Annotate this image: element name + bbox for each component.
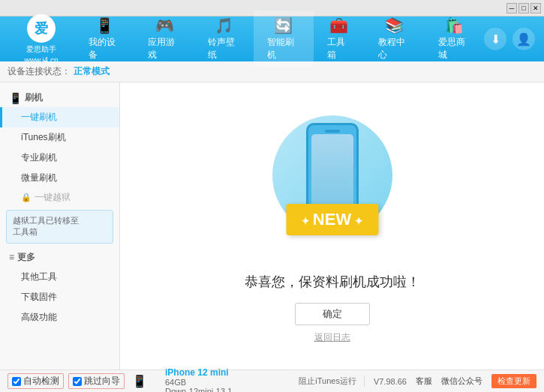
nav-toolbox[interactable]: 🧰 工具箱 bbox=[314, 10, 365, 67]
smart-flash-label: 智能刷机 bbox=[267, 36, 299, 61]
sidebar-one-click-flash[interactable]: 一键刷机 bbox=[0, 107, 119, 127]
my-device-icon: 📱 bbox=[95, 16, 114, 34]
sidebar-itunes-flash[interactable]: iTunes刷机 bbox=[0, 127, 119, 148]
more-group-title: ≡ 更多 bbox=[0, 248, 119, 267]
sidebar-pro-flash[interactable]: 专业刷机 bbox=[0, 148, 119, 168]
wechat-link[interactable]: 微信公众号 bbox=[441, 376, 482, 387]
logo-url: www.i4.cn bbox=[24, 56, 58, 64]
nav-apps-games[interactable]: 🎮 应用游戏 bbox=[134, 10, 194, 67]
ringtones-label: 铃声壁纸 bbox=[208, 36, 240, 61]
nav-right: ⬇ 👤 bbox=[484, 28, 544, 50]
bottom-right: 阻止iTunes运行 V7.98.66 客服 微信公众号 检查更新 bbox=[299, 374, 536, 388]
minimize-button[interactable]: ─ bbox=[506, 3, 517, 13]
more-label: 更多 bbox=[17, 251, 35, 264]
auto-connect-input[interactable] bbox=[12, 377, 21, 386]
skip-wizard-checkbox[interactable]: 跳过向导 bbox=[68, 373, 125, 389]
more-icon: ≡ bbox=[9, 252, 14, 262]
phone-screen bbox=[311, 134, 353, 209]
sidebar-other-tools[interactable]: 其他工具 bbox=[0, 267, 119, 287]
device-info: iPhone 12 mini 64GB Down-12mini-13,1 bbox=[165, 367, 232, 393]
sidebar-jailbreak-locked: 🔒 一键越狱 bbox=[0, 188, 119, 207]
ringtones-icon: 🎵 bbox=[215, 16, 233, 34]
user-button[interactable]: 👤 bbox=[512, 28, 535, 50]
success-title: 恭喜您，保资料刷机成功啦！ bbox=[245, 273, 420, 291]
status-label: 设备连接状态： bbox=[8, 65, 71, 78]
status-value: 正常模式 bbox=[74, 65, 110, 78]
top-nav: 爱 爱思助手 www.i4.cn 📱 我的设备 🎮 应用游戏 🎵 铃声壁纸 🔄 … bbox=[0, 16, 544, 61]
logo-icon: 爱 bbox=[27, 14, 56, 43]
maximize-button[interactable]: □ bbox=[518, 3, 529, 13]
bottom-left: 自动检测 跳过向导 bbox=[8, 373, 125, 389]
new-badge: NEW bbox=[286, 204, 378, 235]
lock-icon: 🔒 bbox=[21, 193, 32, 202]
device-model: Down-12mini-13,1 bbox=[165, 387, 232, 393]
flash-group-label: 刷机 bbox=[25, 91, 43, 104]
skip-wizard-input[interactable] bbox=[73, 377, 82, 386]
bottom-bar: 自动检测 跳过向导 📱 iPhone 12 mini 64GB Down-12m… bbox=[0, 370, 544, 392]
store-icon: 🛍️ bbox=[445, 16, 464, 34]
close-button[interactable]: ✕ bbox=[530, 3, 541, 13]
version-text: V7.98.66 bbox=[374, 377, 407, 386]
skip-wizard-label: 跳过向导 bbox=[84, 375, 120, 388]
sidebar-notice: 越狱工具已转移至工具箱 bbox=[6, 210, 113, 244]
toolbox-icon: 🧰 bbox=[329, 16, 348, 34]
device-name: iPhone 12 mini bbox=[165, 367, 232, 378]
sidebar-data-flash[interactable]: 微量刷机 bbox=[0, 168, 119, 188]
window-controls[interactable]: ─ □ ✕ bbox=[506, 3, 541, 13]
device-capacity: 64GB bbox=[165, 378, 232, 387]
toolbox-label: 工具箱 bbox=[327, 36, 352, 61]
check-update-button[interactable]: 检查更新 bbox=[491, 374, 536, 388]
nav-store[interactable]: 🛍️ 爱思商城 bbox=[425, 10, 484, 67]
store-label: 爱思商城 bbox=[438, 36, 470, 61]
success-illustration: ✦ ✦ ✦ NEW bbox=[265, 108, 400, 258]
nav-smart-flash[interactable]: 🔄 智能刷机 bbox=[254, 10, 313, 67]
my-device-label: 我的设备 bbox=[89, 36, 121, 61]
back-home-link[interactable]: 返回日志 bbox=[314, 331, 350, 344]
sparkle-3: ✦ bbox=[269, 216, 278, 228]
smart-flash-icon: 🔄 bbox=[274, 16, 293, 34]
phone-speaker bbox=[325, 130, 340, 133]
nav-items: 📱 我的设备 🎮 应用游戏 🎵 铃声壁纸 🔄 智能刷机 🧰 工具箱 📚 教程中心… bbox=[75, 10, 484, 67]
confirm-button[interactable]: 确定 bbox=[295, 303, 370, 325]
download-button[interactable]: ⬇ bbox=[484, 28, 506, 50]
flash-group-title: 📱 刷机 bbox=[0, 88, 119, 107]
apps-games-icon: 🎮 bbox=[155, 16, 174, 34]
nav-my-device[interactable]: 📱 我的设备 bbox=[75, 10, 134, 67]
tutorials-label: 教程中心 bbox=[378, 36, 410, 61]
auto-connect-label: 自动检测 bbox=[23, 375, 59, 388]
content-area: ✦ ✦ ✦ NEW 恭喜您，保资料刷机成功啦！ 确定 返回日志 bbox=[120, 82, 544, 370]
flash-group-icon: 📱 bbox=[9, 92, 22, 104]
auto-connect-checkbox[interactable]: 自动检测 bbox=[8, 373, 64, 389]
tutorials-icon: 📚 bbox=[385, 16, 404, 34]
customer-service-link[interactable]: 客服 bbox=[416, 376, 432, 387]
logo-area: 爱 爱思助手 www.i4.cn bbox=[0, 14, 75, 64]
sidebar: 📱 刷机 一键刷机 iTunes刷机 专业刷机 微量刷机 🔒 一键越狱 越狱工具… bbox=[0, 82, 120, 370]
sidebar-advanced[interactable]: 高级功能 bbox=[0, 307, 119, 328]
sparkle-1: ✦ bbox=[280, 112, 289, 124]
jailbreak-label: 一键越狱 bbox=[35, 191, 71, 204]
nav-ringtones[interactable]: 🎵 铃声壁纸 bbox=[194, 10, 254, 67]
apps-games-label: 应用游戏 bbox=[148, 36, 180, 61]
itunes-status: 阻止iTunes运行 bbox=[299, 376, 365, 387]
nav-tutorials[interactable]: 📚 教程中心 bbox=[365, 10, 424, 67]
device-icon: 📱 bbox=[132, 374, 147, 388]
logo-name: 爱思助手 bbox=[26, 44, 56, 55]
main-layout: 📱 刷机 一键刷机 iTunes刷机 专业刷机 微量刷机 🔒 一键越狱 越狱工具… bbox=[0, 82, 544, 370]
sidebar-download-firmware[interactable]: 下载固件 bbox=[0, 287, 119, 307]
sparkle-2: ✦ bbox=[380, 112, 389, 124]
